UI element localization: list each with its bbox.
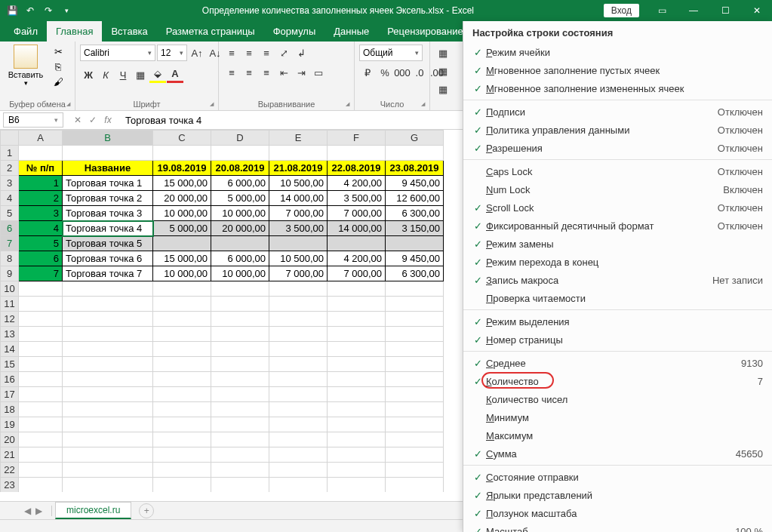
minimize-icon[interactable]: — xyxy=(678,0,709,21)
tab-данные[interactable]: Данные xyxy=(324,21,378,42)
row-header-7[interactable]: 7 xyxy=(1,236,19,251)
row-header-15[interactable]: 15 xyxy=(1,357,19,372)
tab-вставка[interactable]: Вставка xyxy=(102,21,156,42)
col-header-F[interactable]: F xyxy=(328,131,386,146)
cell-D6[interactable]: 20 000,00 xyxy=(211,221,269,236)
cell-F3[interactable]: 4 200,00 xyxy=(328,176,386,191)
row-header-23[interactable]: 23 xyxy=(1,478,19,493)
row-header-16[interactable]: 16 xyxy=(1,372,19,387)
cell-E9[interactable]: 7 000,00 xyxy=(269,266,328,281)
fill-color-button[interactable]: ⬙ xyxy=(149,66,166,83)
cell-G5[interactable]: 6 300,00 xyxy=(386,206,444,221)
cell-F6[interactable]: 14 000,00 xyxy=(328,221,386,236)
cancel-formula-icon[interactable]: ✕ xyxy=(71,115,85,125)
tab-формулы[interactable]: Формулы xyxy=(264,21,325,42)
row-header-8[interactable]: 8 xyxy=(1,251,19,266)
row-header-11[interactable]: 11 xyxy=(1,297,19,312)
align-mid-icon[interactable]: ≡ xyxy=(241,45,257,61)
cell-D8[interactable]: 6 000,00 xyxy=(211,251,269,266)
indent-dec-icon[interactable]: ⇤ xyxy=(275,64,292,81)
row-header-13[interactable]: 13 xyxy=(1,327,19,342)
ctx-item[interactable]: Проверка читаемости xyxy=(463,289,772,307)
row-header-19[interactable]: 19 xyxy=(1,417,19,432)
ctx-item[interactable]: ✓Ярлыки представлений xyxy=(463,486,772,504)
sign-in-button[interactable]: Вход xyxy=(604,4,639,17)
ctx-item[interactable]: ✓Режим выделения xyxy=(463,312,772,331)
ctx-item[interactable]: ✓Ползунок масштаба xyxy=(463,504,772,522)
save-icon[interactable]: 💾 xyxy=(6,5,18,17)
cond-format-icon[interactable]: ▦ xyxy=(435,45,451,61)
cell-E3[interactable]: 10 500,00 xyxy=(269,176,328,191)
tab-главная[interactable]: Главная xyxy=(47,21,102,42)
ctx-item[interactable]: ✓Масштаб100 % xyxy=(463,522,772,532)
bold-button[interactable]: Ж xyxy=(80,66,97,83)
font-name-select[interactable]: Calibri xyxy=(80,45,155,61)
enter-formula-icon[interactable]: ✓ xyxy=(86,115,100,125)
ctx-item[interactable]: ✓Количество7 xyxy=(463,372,772,390)
cell-G4[interactable]: 12 600,00 xyxy=(386,191,444,206)
row-header-14[interactable]: 14 xyxy=(1,342,19,357)
currency-icon[interactable]: ₽ xyxy=(359,64,376,81)
cell-B7[interactable]: Торговая точка 5 xyxy=(63,236,153,251)
font-color-button[interactable]: A xyxy=(167,66,183,83)
add-sheet-icon[interactable]: + xyxy=(139,503,154,518)
comma-icon[interactable]: 000 xyxy=(394,64,411,81)
cell-B4[interactable]: Торговая точка 2 xyxy=(63,191,153,206)
ctx-item[interactable]: ✓РазрешенияОтключен xyxy=(463,139,772,157)
tab-рецензирование[interactable]: Рецензирование xyxy=(378,21,472,42)
ctx-item[interactable]: Максимум xyxy=(463,426,772,444)
close-icon[interactable]: ✕ xyxy=(742,0,772,21)
cell-C8[interactable]: 15 000,00 xyxy=(153,251,211,266)
col-header-G[interactable]: G xyxy=(386,131,444,146)
row-header-18[interactable]: 18 xyxy=(1,402,19,417)
format-painter-icon[interactable]: 🖌 xyxy=(50,75,66,88)
orientation-icon[interactable]: ⤢ xyxy=(275,45,292,61)
qat-dropdown-icon[interactable]: ▾ xyxy=(60,5,72,17)
ctx-item[interactable]: ✓Scroll LockОтключен xyxy=(463,198,772,217)
row-header-21[interactable]: 21 xyxy=(1,447,19,463)
ctx-item[interactable]: ✓Среднее9130 xyxy=(463,354,772,372)
table-format-icon[interactable]: ▦ xyxy=(435,63,451,79)
fx-icon[interactable]: fx xyxy=(101,115,115,125)
increase-font-icon[interactable]: A↑ xyxy=(189,45,205,61)
cell-B3[interactable]: Торговая точка 1 xyxy=(63,176,153,191)
align-left-icon[interactable]: ≡ xyxy=(223,64,240,81)
border-button[interactable]: ▦ xyxy=(132,66,149,83)
cell-G9[interactable]: 6 300,00 xyxy=(386,266,444,281)
ctx-item[interactable]: ✓ПодписиОтключен xyxy=(463,103,772,121)
name-box[interactable]: B6 xyxy=(3,112,63,128)
cell-C3[interactable]: 15 000,00 xyxy=(153,176,211,191)
row-header-3[interactable]: 3 xyxy=(1,176,19,191)
row-header-12[interactable]: 12 xyxy=(1,312,19,327)
cell-E7[interactable] xyxy=(269,236,328,251)
cell-D3[interactable]: 6 000,00 xyxy=(211,176,269,191)
cell-E5[interactable]: 7 000,00 xyxy=(269,206,328,221)
ctx-item[interactable]: ✓Мгновенное заполнение пустых ячеек xyxy=(463,61,772,79)
cell-F7[interactable] xyxy=(328,236,386,251)
cell-E4[interactable]: 14 000,00 xyxy=(269,191,328,206)
font-size-select[interactable]: 12 xyxy=(157,45,187,61)
cell-G8[interactable]: 9 450,00 xyxy=(386,251,444,266)
cell-B8[interactable]: Торговая точка 6 xyxy=(63,251,153,266)
ctx-item[interactable]: ✓Режим ячейки xyxy=(463,43,772,61)
prev-sheet-icon[interactable]: ◀ xyxy=(24,506,31,516)
row-header-5[interactable]: 5 xyxy=(1,206,19,221)
col-header-C[interactable]: C xyxy=(153,131,211,146)
align-bot-icon[interactable]: ≡ xyxy=(258,45,275,61)
ctx-item[interactable]: Caps LockОтключен xyxy=(463,162,772,180)
merge-icon[interactable]: ▭ xyxy=(310,64,327,81)
cell-D9[interactable]: 10 000,00 xyxy=(211,266,269,281)
row-header-10[interactable]: 10 xyxy=(1,281,19,297)
align-top-icon[interactable]: ≡ xyxy=(223,45,240,61)
ctx-item[interactable]: Минимум xyxy=(463,408,772,426)
cell-C7[interactable] xyxy=(153,236,211,251)
cell-E6[interactable]: 3 500,00 xyxy=(269,221,328,236)
percent-icon[interactable]: % xyxy=(377,64,393,81)
cell-C9[interactable]: 10 000,00 xyxy=(153,266,211,281)
col-header-D[interactable]: D xyxy=(211,131,269,146)
ctx-item[interactable]: ✓Состояние отправки xyxy=(463,468,772,486)
ribbon-options-icon[interactable]: ▭ xyxy=(647,0,677,21)
row-header-20[interactable]: 20 xyxy=(1,432,19,447)
row-header-2[interactable]: 2 xyxy=(1,161,19,176)
cell-F5[interactable]: 7 000,00 xyxy=(328,206,386,221)
